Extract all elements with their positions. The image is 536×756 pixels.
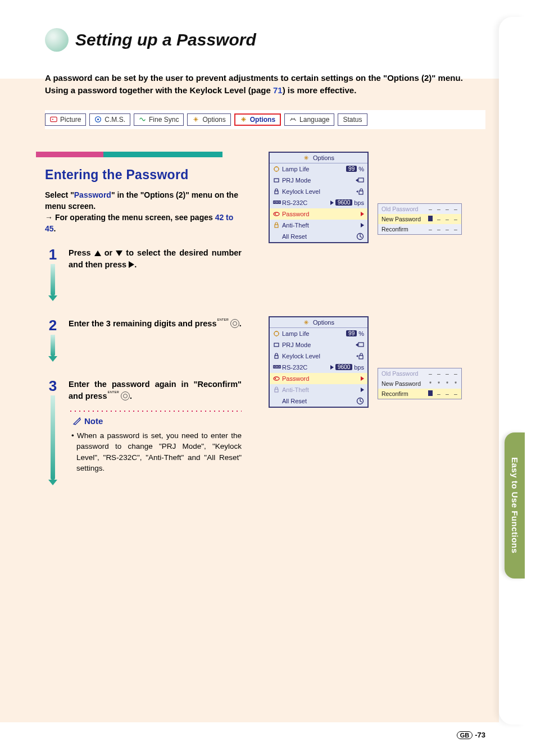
pw-cell: * (453, 380, 458, 387)
osd-menu-options-2: Options Lamp Life99%PRJ ModeKeylock Leve… (269, 316, 369, 408)
svg-point-4 (291, 118, 292, 119)
svg-text:IOIOI: IOIOI (274, 365, 280, 368)
step-number-3: 3 (45, 379, 61, 393)
value-unit: % (358, 166, 364, 172)
password-row: Reconfirm––– (378, 389, 461, 399)
page-footer: GB -73 (457, 731, 485, 739)
pw-cell: – (453, 216, 458, 222)
tab-options-2: Options (234, 113, 281, 126)
value-unit: bps (354, 199, 364, 206)
page-title: Setting up a Password (75, 30, 256, 49)
step-1: 1 Press or to select the desired number … (45, 247, 242, 301)
pw-cell: – (428, 370, 433, 377)
pw-cell: * (428, 380, 433, 387)
osd-row: PRJ Mode (270, 339, 367, 350)
svg-point-24 (274, 377, 279, 380)
pw-cell: – (437, 206, 441, 212)
value-badge: 9600 (335, 364, 352, 370)
osd-row: Lamp Life99% (270, 163, 367, 175)
step-bar-icon (51, 395, 55, 480)
osd-group-1: Options Lamp Life99%PRJ ModeKeylock Leve… (269, 152, 485, 243)
svg-rect-26 (275, 389, 278, 392)
intro-page-ref: 71 (273, 85, 283, 95)
lead-d: . (54, 224, 56, 233)
osd-row-label: Lamp Life (282, 330, 309, 337)
lead-highlight: Password (74, 190, 111, 199)
language-icon (289, 116, 297, 123)
osd-row-label: Lamp Life (282, 166, 309, 172)
arrow-right-icon (330, 365, 334, 370)
svg-rect-0 (51, 117, 57, 121)
svg-point-17 (274, 331, 279, 336)
svg-point-25 (275, 377, 276, 379)
osd-row-label: Anti-Theft (282, 386, 309, 393)
osd-row-label: PRJ Mode (282, 341, 311, 348)
up-arrow-icon (94, 251, 101, 256)
svg-rect-9 (275, 191, 278, 194)
pw-cell: * (437, 380, 441, 387)
options-icon (303, 154, 310, 161)
pw-row-label: Old Password (381, 370, 418, 377)
osd-row-label: Keylock Level (282, 188, 320, 195)
menu-tab-bar: Picture C.M.S. Fine Sync Options Options (45, 110, 485, 129)
section-lead: Select "Password" in the "Options (2)" m… (45, 189, 242, 235)
note-heading: Note (72, 415, 242, 428)
pw-cell: – (445, 370, 449, 377)
step-bar-icon (51, 335, 55, 356)
password-row: New Password––– (378, 214, 461, 224)
pw-row-label: Old Password (381, 206, 418, 212)
enter-button-icon (121, 391, 130, 400)
pw-cell: – (445, 206, 449, 212)
svg-rect-18 (274, 343, 279, 347)
pw-cell: – (437, 226, 441, 233)
svg-point-3 (97, 119, 99, 120)
chapter-tab: Easy to Use Functions (505, 432, 525, 579)
section-title: Entering the Password (45, 167, 242, 183)
osd-row: PRJ Mode (270, 175, 367, 186)
pw-cell: – (453, 226, 458, 233)
region-badge: GB (457, 731, 473, 739)
osd-row: Password (270, 208, 367, 220)
pw-cell: – (445, 226, 449, 233)
row-icon (273, 353, 280, 359)
step-arrow-icon (48, 295, 57, 301)
tab-language: Language (284, 113, 334, 126)
chapter-tab-label: Easy to Use Functions (510, 457, 520, 553)
lead-c: → For operating the menu screen, see pag… (45, 213, 215, 222)
osd-row-label: PRJ Mode (282, 177, 311, 184)
tab-label: Status (343, 116, 362, 124)
row-icon (273, 177, 280, 184)
tab-label: Fine Sync (149, 116, 179, 124)
row-icon (273, 188, 280, 195)
osd-row: IOIOIRS-232C 9600bps (270, 197, 367, 208)
step-1-text: Press or to select the desired number an… (69, 247, 242, 272)
section-accent (36, 152, 222, 157)
osd-row-label: Keylock Level (282, 353, 320, 359)
svg-point-1 (52, 119, 53, 120)
pw-cell: – (437, 216, 441, 222)
pw-cell: – (445, 390, 449, 397)
svg-rect-10 (359, 191, 363, 194)
osd-row: All Reset (270, 395, 367, 407)
password-row: Old Password–––– (378, 368, 461, 379)
pw-cell: – (445, 216, 449, 222)
step-arrow-icon (48, 480, 57, 485)
lead-a: Select " (45, 190, 74, 199)
step-3: 3 Enter the password again in "Reconfirm… (45, 379, 242, 485)
options-icon (303, 319, 310, 326)
note-icon (72, 416, 82, 426)
osd-title: Options (270, 153, 367, 163)
right-arrow-icon (129, 261, 134, 268)
osd-menu-options-1: Options Lamp Life99%PRJ ModeKeylock Leve… (269, 152, 369, 243)
value-unit: % (358, 330, 364, 337)
down-arrow-icon (116, 251, 122, 256)
svg-point-6 (274, 167, 279, 171)
row-icon (273, 211, 280, 217)
cursor-cell (428, 216, 433, 222)
svg-point-13 (274, 212, 279, 216)
tab-status: Status (338, 113, 367, 126)
row-icon (273, 166, 280, 172)
pw-cell: – (453, 390, 458, 397)
pw-cell: * (445, 380, 449, 387)
row-icon (273, 398, 280, 404)
